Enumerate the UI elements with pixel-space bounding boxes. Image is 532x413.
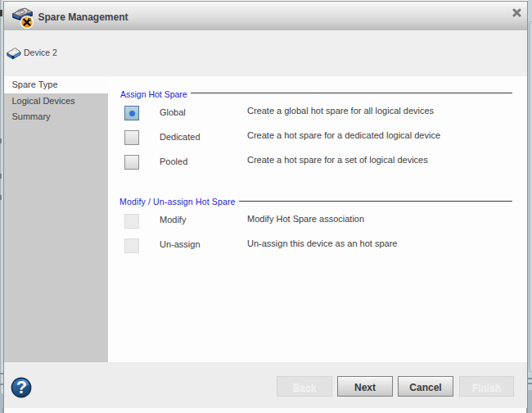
svg-text:?: ? — [16, 378, 27, 397]
